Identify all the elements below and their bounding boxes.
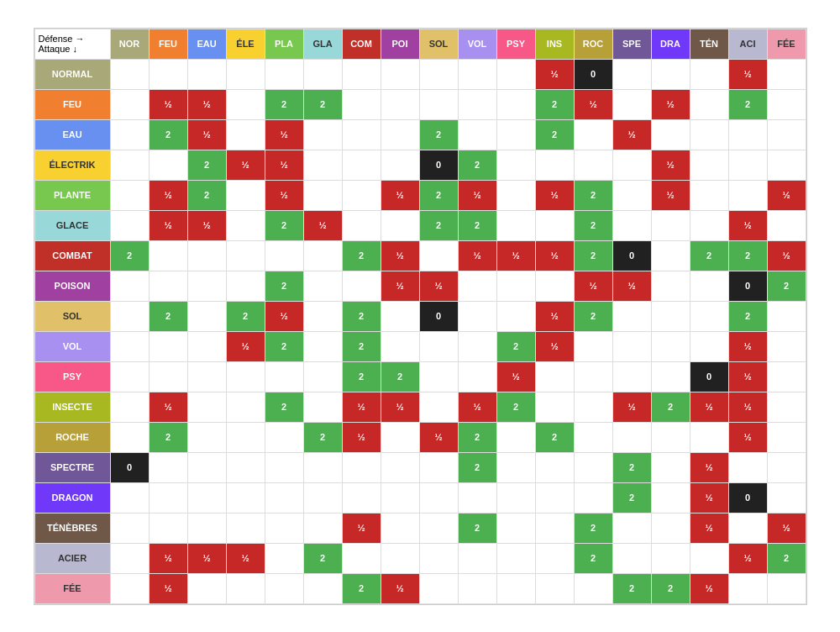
cell: 0	[574, 59, 612, 89]
cell	[226, 271, 265, 301]
cell	[226, 361, 265, 392]
cell	[767, 331, 806, 361]
cell	[342, 482, 381, 513]
cell	[110, 119, 149, 150]
cell	[342, 452, 381, 482]
row-header-POISON: POISON	[34, 271, 110, 301]
cell: ½	[342, 513, 381, 543]
cell	[110, 482, 149, 513]
col-header-SOL: SOL	[419, 29, 458, 59]
cell: ½	[651, 180, 690, 210]
cell	[651, 301, 690, 331]
cell	[149, 452, 187, 482]
cell	[303, 180, 342, 210]
cell	[187, 331, 226, 361]
cell: 2	[496, 392, 535, 422]
cell	[612, 89, 651, 119]
cell: ½	[187, 543, 226, 573]
table-row: COMBAT22½½½½2022½	[34, 240, 806, 271]
cell	[226, 392, 265, 422]
cell	[226, 119, 265, 150]
cell	[690, 422, 728, 452]
cell: ½	[226, 543, 265, 573]
cell: 2	[419, 119, 458, 150]
cell	[381, 513, 419, 543]
col-header-GLA: GLA	[303, 29, 342, 59]
cell: ½	[612, 271, 651, 301]
cell: ½	[303, 210, 342, 240]
cell	[381, 89, 419, 119]
cell	[728, 150, 767, 180]
cell	[149, 513, 187, 543]
cell	[381, 452, 419, 482]
col-header-VOL: VOL	[458, 29, 496, 59]
cell: ½	[535, 240, 574, 271]
cell: ½	[728, 331, 767, 361]
cell: 0	[612, 240, 651, 271]
cell	[303, 482, 342, 513]
cell	[690, 331, 728, 361]
cell: ½	[149, 392, 187, 422]
table-row: SPECTRE022½	[34, 452, 806, 482]
cell	[651, 452, 690, 482]
cell	[651, 331, 690, 361]
cell	[110, 392, 149, 422]
cell	[110, 513, 149, 543]
cell: 2	[574, 180, 612, 210]
cell: 2	[342, 573, 381, 603]
cell	[149, 271, 187, 301]
cell: 2	[458, 150, 496, 180]
cell: ½	[574, 271, 612, 301]
cell	[612, 180, 651, 210]
cell: ½	[381, 240, 419, 271]
table-row: ÉLECTRIK2½½02½	[34, 150, 806, 180]
cell	[303, 573, 342, 603]
cell	[419, 89, 458, 119]
cell: ½	[381, 271, 419, 301]
table-row: ACIER½½½22½2	[34, 543, 806, 573]
cell	[767, 150, 806, 180]
cell: 2	[574, 513, 612, 543]
cell: ½	[187, 89, 226, 119]
cell	[187, 240, 226, 271]
cell: 0	[728, 482, 767, 513]
cell	[110, 331, 149, 361]
cell	[496, 180, 535, 210]
col-header-SPE: SPE	[612, 29, 651, 59]
cell: 2	[535, 422, 574, 452]
cell: ½	[381, 180, 419, 210]
cell: 2	[381, 361, 419, 392]
cell	[651, 59, 690, 89]
cell: ½	[265, 180, 303, 210]
cell: 2	[612, 482, 651, 513]
cell	[767, 210, 806, 240]
cell: ½	[728, 422, 767, 452]
cell	[535, 210, 574, 240]
cell	[651, 482, 690, 513]
table-row: DRAGON2½0	[34, 482, 806, 513]
cell	[226, 482, 265, 513]
cell: 2	[303, 422, 342, 452]
cell: 0	[419, 150, 458, 180]
cell: ½	[187, 119, 226, 150]
col-header-ELE: ÉLE	[226, 29, 265, 59]
cell: 2	[651, 392, 690, 422]
cell	[265, 361, 303, 392]
cell: ½	[651, 89, 690, 119]
cell	[187, 422, 226, 452]
cell	[535, 271, 574, 301]
cell: 2	[149, 301, 187, 331]
cell: 2	[612, 452, 651, 482]
type-effectiveness-table: Défense →Attaque ↓ NORFEUEAUÉLEPLAGLACOM…	[34, 29, 806, 604]
cell: ½	[651, 150, 690, 180]
cell: 2	[458, 422, 496, 452]
cell	[303, 301, 342, 331]
cell: 2	[728, 89, 767, 119]
cell	[458, 119, 496, 150]
cell: 2	[265, 210, 303, 240]
cell: 2	[728, 240, 767, 271]
table-row: INSECTE½2½½½2½2½½	[34, 392, 806, 422]
cell	[226, 59, 265, 89]
cell: ½	[728, 59, 767, 89]
cell: 2	[265, 271, 303, 301]
